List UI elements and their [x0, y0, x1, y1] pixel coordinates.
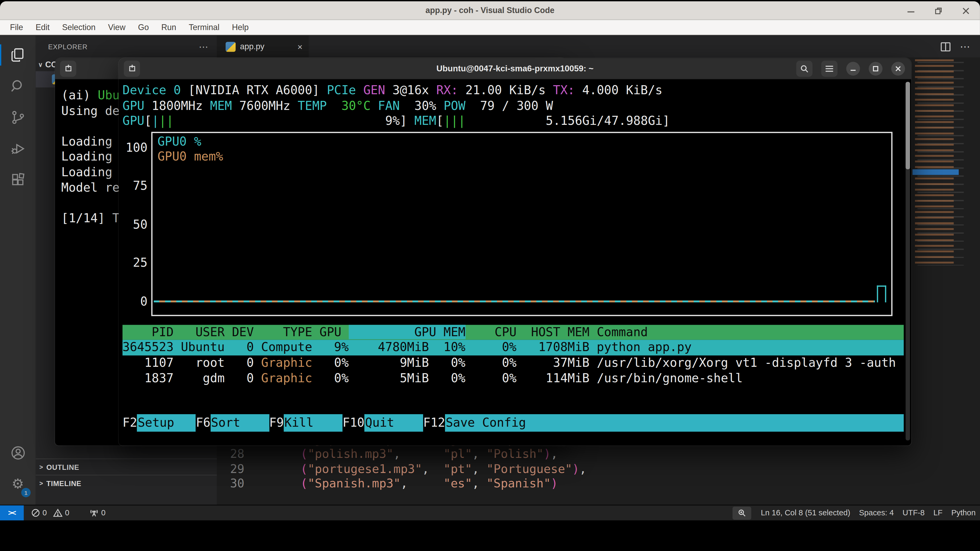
nvtop-output: Device 0 [NVIDIA RTX A6000] PCIe GEN 3@1… [123, 83, 904, 439]
settings-button[interactable]: ⚙ 1 [0, 468, 36, 500]
terminal-minimize-icon[interactable] [846, 62, 860, 75]
terminal-close-icon[interactable] [891, 62, 905, 75]
fkey-f2: F2 [123, 414, 137, 432]
nvtop-terminal-titlebar[interactable]: Ubuntu@0047-kci-sma6-prxmx10059: ~ [119, 58, 911, 79]
editor-more-icon[interactable]: ⋯ [960, 41, 970, 53]
graph-ytick: 100 [123, 141, 148, 156]
problems-item[interactable]: 0 0 [24, 505, 74, 520]
menu-item-go[interactable]: Go [132, 22, 155, 32]
nvtop-clock-line: GPU 1800MHz MEM 7600MHz TEMP 30°C FAN 30… [123, 98, 904, 114]
fkey-action-sort[interactable]: Sort [210, 414, 269, 432]
menu-item-file[interactable]: File [4, 22, 29, 32]
fkey-f9: F9 [269, 414, 284, 432]
status-item[interactable]: UTF-8 [898, 505, 929, 520]
graph-ytick: 25 [123, 256, 148, 271]
sidebar-section-timeline[interactable]: >TIMELINE [36, 475, 217, 491]
status-item[interactable]: Spaces: 4 [854, 505, 898, 520]
fkey-f12: F12 [423, 414, 445, 432]
minimap-selection [912, 169, 959, 175]
new-tab-icon[interactable] [124, 60, 140, 76]
close-icon[interactable] [960, 5, 971, 16]
fkey-action-quit[interactable]: Quit [364, 414, 423, 432]
table-header-row[interactable]: PID USER DEV TYPE GPU GPU MEM CPU HOST M… [123, 325, 904, 340]
window-title: app.py - coh - Visual Studio Code [426, 6, 554, 15]
restore-icon[interactable] [932, 5, 944, 16]
menu-bar: FileEditSelectionViewGoRunTerminalHelp [0, 20, 980, 35]
terminal-title: Ubuntu@0047-kci-sma6-prxmx10059: ~ [119, 64, 911, 73]
graph-ytick: 50 [123, 217, 148, 233]
activity-explorer[interactable] [0, 40, 36, 71]
sidebar-section-outline[interactable]: >OUTLINE [36, 459, 217, 475]
menu-item-selection[interactable]: Selection [56, 22, 102, 32]
error-icon [31, 508, 40, 517]
menu-item-edit[interactable]: Edit [29, 22, 56, 32]
activity-run-debug[interactable] [0, 133, 36, 164]
line-number: 28 [217, 447, 254, 461]
nvtop-utilization-line: GPU[||| 9%] MEM[||| 5.156Gi/47.988Gi] [123, 114, 904, 129]
fkey-action-kill[interactable]: Kill [284, 414, 343, 432]
debug-icon [10, 141, 26, 157]
account-button[interactable] [0, 437, 36, 468]
terminal-window-nvtop: Ubuntu@0047-kci-sma6-prxmx10059: ~ Devic… [119, 58, 911, 445]
table-row[interactable]: 1107 root 0 Graphic 0% 9MiB 0% 0% 37MiB … [123, 355, 904, 371]
nvtop-process-table: PID USER DEV TYPE GPU GPU MEM CPU HOST M… [123, 325, 904, 386]
status-bar: >< 0 0 0 Ln 16, Col 8 (51 selected)Space… [0, 505, 980, 520]
status-item[interactable]: LF [929, 505, 947, 520]
scrollbar-thumb[interactable] [906, 82, 910, 169]
terminal-maximize-icon[interactable] [869, 62, 883, 75]
window-titlebar: app.py - coh - Visual Studio Code [0, 2, 980, 20]
activity-bar: ⚙ 1 [0, 36, 36, 505]
minimize-icon[interactable] [905, 5, 916, 16]
status-item[interactable]: Python [947, 505, 980, 520]
nvtop-function-key-bar: F2SetupF6SortF9KillF10QuitF12Save Config [123, 414, 904, 432]
status-item[interactable]: Ln 16, Col 8 (51 selected) [757, 505, 855, 520]
code-line: 30 ("Spanish.mp3", "es", "Spanish") [217, 476, 586, 491]
menu-item-view[interactable]: View [102, 22, 132, 32]
graph-legend-item: GPU0 mem% [158, 149, 223, 165]
account-icon [10, 445, 26, 461]
minimap[interactable] [912, 59, 970, 265]
line-number: 30 [217, 476, 254, 491]
zoom-status-button[interactable] [733, 506, 751, 519]
fkey-action-save-config[interactable]: Save Config [445, 414, 904, 432]
broadcast-item[interactable]: 0 [85, 505, 110, 520]
warning-icon [53, 508, 62, 517]
fkey-f10: F10 [342, 414, 364, 432]
table-row[interactable]: 3645523 Ubuntu 0 Compute 9% 4780MiB 10% … [123, 340, 904, 356]
search-icon [10, 78, 26, 94]
error-count: 0 [43, 508, 47, 517]
menu-item-run[interactable]: Run [155, 22, 182, 32]
graph-ytick: 0 [123, 294, 148, 310]
activity-source-control[interactable] [0, 102, 36, 133]
menu-item-terminal[interactable]: Terminal [182, 22, 226, 32]
tab-close-icon[interactable]: × [298, 41, 302, 52]
python-file-icon [226, 41, 236, 52]
tab-label: app.py [240, 42, 264, 51]
split-editor-icon[interactable] [940, 41, 951, 52]
terminal-menu-icon[interactable] [821, 60, 838, 76]
sidebar-more-icon[interactable]: ⋯ [199, 41, 208, 52]
tab-app-py[interactable]: app.py × [217, 36, 309, 57]
window-controls [905, 2, 971, 20]
graph-ytick: 75 [123, 179, 148, 194]
graph-legend-item: GPU0 % [158, 134, 223, 149]
fkey-action-setup[interactable]: Setup [137, 414, 196, 432]
table-row[interactable]: 1837 gdm 0 Graphic 0% 5MiB 0% 0% 114MiB … [123, 371, 904, 386]
settings-badge: 1 [21, 488, 30, 497]
menu-item-help[interactable]: Help [226, 22, 255, 32]
code-line: 28 ("polish.mp3", "pl", "Polish"), [217, 447, 586, 461]
terminal-search-icon[interactable] [796, 60, 813, 76]
activity-extensions[interactable] [0, 164, 36, 195]
sidebar-sections: >OUTLINE>TIMELINE [36, 459, 217, 491]
fkey-f6: F6 [196, 414, 210, 432]
warning-count: 0 [65, 508, 69, 517]
code-line: 29 ("portugese1.mp3", "pt", "Portuguese"… [217, 461, 586, 476]
terminal-scrollbar[interactable] [906, 82, 910, 440]
remote-indicator[interactable]: >< [0, 505, 24, 520]
git-branch-icon [10, 110, 26, 125]
graph-plot-box: GPU0 %GPU0 mem% [151, 132, 892, 316]
chevron-right-icon: > [40, 480, 43, 487]
graph-legend: GPU0 %GPU0 mem% [158, 134, 223, 165]
new-tab-icon[interactable] [60, 60, 76, 76]
activity-search[interactable] [0, 71, 36, 102]
